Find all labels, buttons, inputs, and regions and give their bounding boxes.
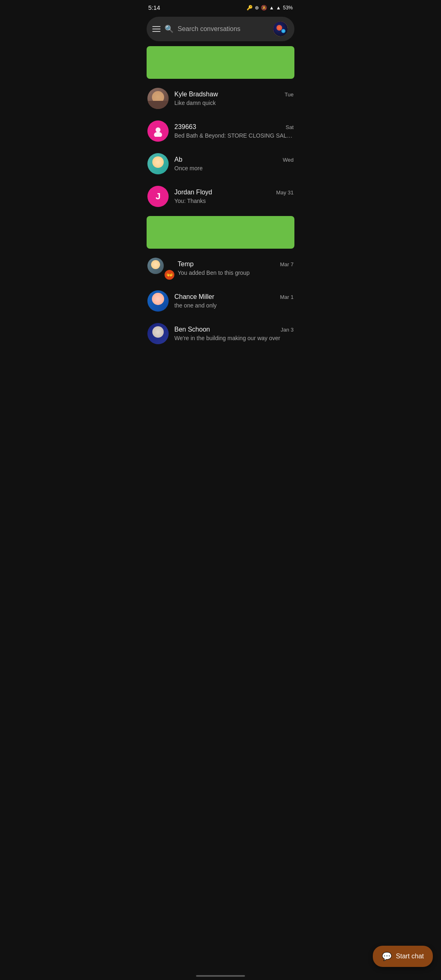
avatar-group-main [147, 258, 164, 274]
list-item[interactable]: Ben Schoon Jan 3 We're in the building m… [141, 317, 300, 350]
wifi-icon: ▲ [269, 5, 274, 11]
svg-point-1 [154, 132, 162, 137]
conv-preview: We're in the building making our way ove… [174, 335, 294, 341]
conv-content: 239663 Sat Bed Bath & Beyond: STORE CLOS… [174, 123, 294, 139]
list-item[interactable]: 239663 Sat Bed Bath & Beyond: STORE CLOS… [141, 115, 300, 147]
avatar-wrap: 👐 [147, 258, 172, 279]
list-item[interactable]: 👐 Temp Mar 7 You added Ben to this group [141, 252, 300, 285]
conv-preview: You added Ben to this group [178, 270, 294, 276]
conv-name: Kyle Bradshaw [174, 91, 218, 98]
conv-preview: You: Thanks [174, 198, 294, 204]
conv-header: Jordan Floyd May 31 [174, 189, 294, 196]
conv-content: Temp Mar 7 You added Ben to this group [178, 261, 294, 276]
search-input[interactable]: Search conversations [178, 25, 268, 33]
list-item[interactable]: Kyle Bradshaw Tue Like damn quick [141, 82, 300, 115]
avatar [147, 153, 169, 174]
conv-header: Ben Schoon Jan 3 [174, 326, 294, 333]
conv-name: Ben Schoon [174, 326, 210, 333]
conv-time: May 31 [276, 189, 294, 196]
conv-name: Chance Miller [174, 293, 214, 301]
search-bar[interactable]: 🔍 Search conversations [147, 17, 294, 41]
avatar-wrap [147, 153, 169, 174]
conv-time: Sat [285, 124, 294, 130]
conv-name: 239663 [174, 123, 196, 131]
conversation-list-2: 👐 Temp Mar 7 You added Ben to this group… [141, 252, 300, 350]
conv-time: Mar 7 [280, 261, 294, 267]
conv-preview: Bed Bath & Beyond: STORE CLOSING SALE! N… [174, 132, 294, 139]
battery-label: 53% [283, 5, 293, 11]
avatar [147, 290, 169, 312]
status-icons: 🔑 ⊕ 🔕 ▲ ▲ 53% [247, 5, 293, 11]
list-item[interactable]: Chance Miller Mar 1 the one and only [141, 285, 300, 317]
conv-header: Ab Wed [174, 156, 294, 163]
conv-preview: the one and only [174, 302, 294, 309]
list-item[interactable]: J Jordan Floyd May 31 You: Thanks [141, 180, 300, 213]
conv-preview: Like damn quick [174, 100, 294, 106]
bluetooth-icon: ⊕ [255, 5, 259, 11]
avatar [147, 323, 169, 344]
avatar [147, 88, 169, 109]
avatar-wrap [147, 88, 169, 109]
avatar: J [147, 186, 169, 207]
conv-header: Chance Miller Mar 1 [174, 293, 294, 301]
ad-banner-bottom [147, 216, 294, 249]
avatar-wrap [147, 323, 169, 344]
conv-header: 239663 Sat [174, 123, 294, 131]
conv-time: Mar 1 [280, 294, 294, 300]
status-bar: 5:14 🔑 ⊕ 🔕 ▲ ▲ 53% [141, 0, 300, 13]
conv-time: Jan 3 [281, 327, 294, 333]
signal-icon: ▲ [276, 5, 281, 11]
avatar-wrap [147, 120, 169, 142]
menu-icon[interactable] [152, 26, 160, 32]
status-time: 5:14 [148, 4, 160, 11]
ad-banner-top [147, 46, 294, 79]
conv-preview: Once more [174, 165, 294, 172]
conv-header: Kyle Bradshaw Tue [174, 91, 294, 98]
conv-content: Ben Schoon Jan 3 We're in the building m… [174, 326, 294, 341]
conv-content: Ab Wed Once more [174, 156, 294, 172]
conversation-list: Kyle Bradshaw Tue Like damn quick 239663… [141, 82, 300, 213]
profile-avatar[interactable] [272, 21, 289, 37]
conv-name: Ab [174, 156, 183, 163]
conv-content: Kyle Bradshaw Tue Like damn quick [174, 91, 294, 106]
svg-point-0 [156, 127, 160, 132]
conv-name: Temp [178, 261, 194, 268]
avatar-wrap [147, 290, 169, 312]
conv-content: Chance Miller Mar 1 the one and only [174, 293, 294, 309]
list-item[interactable]: Ab Wed Once more [141, 147, 300, 180]
conv-name: Jordan Floyd [174, 189, 212, 196]
avatar-wrap: J [147, 186, 169, 207]
avatar-group-badge: 👐 [164, 269, 175, 281]
conv-time: Tue [285, 91, 294, 98]
conv-content: Jordan Floyd May 31 You: Thanks [174, 189, 294, 204]
key-icon: 🔑 [247, 5, 253, 11]
mute-icon: 🔕 [261, 5, 267, 11]
conv-header: Temp Mar 7 [178, 261, 294, 268]
avatar [147, 120, 169, 142]
conv-time: Wed [283, 157, 294, 163]
search-icon: 🔍 [165, 24, 174, 33]
